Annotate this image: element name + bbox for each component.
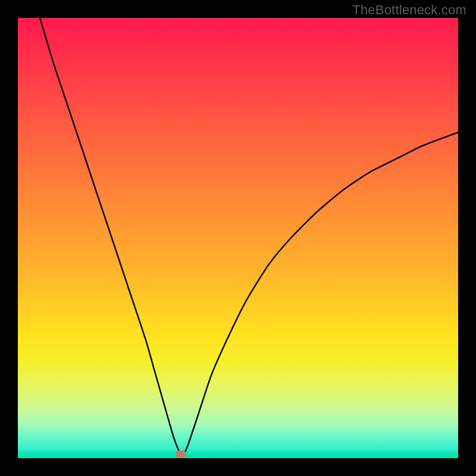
watermark-text: TheBottleneck.com: [352, 2, 466, 18]
bottleneck-curve: [18, 18, 458, 458]
minimum-marker: [176, 450, 186, 458]
chart-frame: [18, 18, 458, 458]
plot-area: [18, 18, 458, 458]
